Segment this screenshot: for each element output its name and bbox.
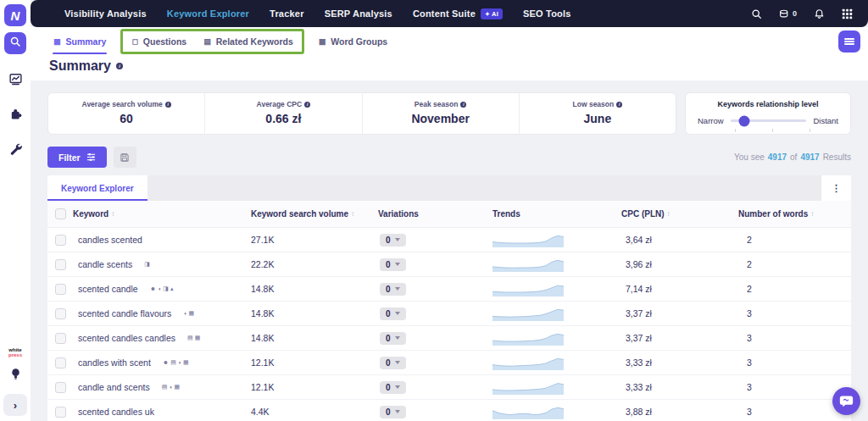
keyword-text[interactable]: candle scents — [78, 259, 132, 269]
chevron-down-icon — [395, 336, 400, 340]
variations-cell: 0 — [378, 406, 492, 418]
slider-handle[interactable] — [738, 115, 749, 126]
column-header-variations[interactable]: Variations — [378, 209, 492, 219]
info-icon[interactable]: i — [616, 102, 622, 108]
variations-dropdown[interactable]: 0 — [380, 406, 406, 418]
nav-item-label: SERP Analysis — [325, 8, 392, 19]
nav-item-visibility-analysis[interactable]: Visibility Analysis — [64, 8, 147, 19]
tab-word-groups[interactable]: ▦Word Groups — [308, 27, 398, 56]
keyword-text[interactable]: scented candles candles — [78, 333, 175, 343]
cpc-value: 3,88 zł — [621, 407, 738, 417]
variations-cell: 0 — [378, 258, 492, 271]
row-checkbox[interactable] — [55, 382, 66, 393]
sort-icon[interactable]: ↕ — [667, 210, 670, 218]
select-all-checkbox[interactable] — [55, 208, 66, 219]
column-header-cpc-pln[interactable]: CPC (PLN)↕ — [621, 209, 738, 219]
relationship-slider[interactable] — [731, 119, 807, 122]
row-checkbox[interactable] — [55, 333, 66, 344]
variations-dropdown[interactable]: 0 — [380, 357, 406, 369]
nav-item-keyword-explorer[interactable]: Keyword Explorer — [167, 8, 249, 19]
sidebar-expand-button[interactable]: › — [3, 394, 27, 416]
nav-item-serp-analysis[interactable]: SERP Analysis — [325, 8, 392, 19]
tab-related-keywords[interactable]: ▤Related Keywords — [195, 31, 302, 52]
ai-badge: AI — [481, 8, 503, 19]
table-row[interactable]: scented candles candles▤▦14.8K03,37 zł3 — [47, 326, 851, 351]
table-row[interactable]: scented candle flavours◖▦14.8K03,37 zł3 — [47, 302, 851, 326]
sidebar-item-tools[interactable] — [9, 142, 22, 158]
sidebar-item-analytics[interactable] — [9, 73, 22, 89]
column-header-trends[interactable]: Trends — [492, 209, 621, 219]
info-icon[interactable]: i — [116, 63, 123, 69]
kebab-menu-icon[interactable]: ⋮ — [821, 175, 851, 201]
row-checkbox[interactable] — [55, 308, 66, 319]
filter-button[interactable]: Filter — [47, 147, 107, 168]
search-icon[interactable] — [751, 8, 762, 19]
keyword-text[interactable]: scented candle flavours — [78, 308, 171, 319]
column-header-keyword[interactable]: Keyword↕ — [73, 209, 251, 219]
sort-icon[interactable]: ↕ — [351, 210, 354, 218]
keyword-text[interactable]: scented candles uk — [78, 407, 154, 417]
serp-feature-icons: ◖▦ — [183, 310, 196, 317]
keyword-text[interactable]: scented candle — [78, 284, 138, 294]
serp-feature-icons: ☻◖◨▴ — [150, 285, 175, 292]
variations-dropdown[interactable]: 0 — [380, 258, 406, 271]
stat-label: Average CPCi — [205, 100, 361, 108]
chevron-down-icon — [395, 238, 400, 241]
shopping-bag-icon: ◨ — [144, 261, 152, 267]
tab-questions[interactable]: ◻Questions — [123, 31, 195, 52]
save-filter-button[interactable] — [114, 147, 136, 168]
row-checkbox[interactable] — [55, 235, 66, 246]
chevron-down-icon — [395, 410, 400, 413]
app-logo[interactable]: N — [4, 4, 26, 26]
row-checkbox[interactable] — [55, 284, 66, 295]
variations-dropdown[interactable]: 0 — [380, 307, 406, 320]
column-header-label: Keyword — [73, 209, 108, 219]
chat-fab-button[interactable] — [832, 387, 860, 415]
sort-icon[interactable]: ↕ — [111, 210, 114, 218]
keyword-text[interactable]: candles with scent — [78, 357, 151, 368]
trend-cell — [492, 306, 621, 321]
row-checkbox[interactable] — [55, 407, 66, 418]
variations-value: 0 — [386, 285, 391, 294]
table-row[interactable]: candles scented27.1K03,64 zł2 — [47, 228, 851, 252]
info-icon[interactable]: i — [304, 102, 310, 108]
credits-indicator[interactable]: 0 — [779, 8, 797, 19]
sort-icon[interactable]: ↕ — [810, 210, 814, 218]
nav-item-seo-tools[interactable]: SEO Tools — [523, 8, 571, 19]
page-title: Summary i — [31, 56, 868, 75]
column-header-number-of-words[interactable]: Number of words↕ — [738, 209, 851, 219]
nav-item-tracker[interactable]: Tracker — [270, 8, 304, 19]
lightbulb-icon[interactable] — [10, 368, 21, 384]
apps-grid-icon[interactable] — [842, 8, 853, 19]
stat-label-text: Low season — [573, 100, 615, 108]
info-icon[interactable]: i — [165, 102, 171, 108]
sidebar-item-keyword-search[interactable] — [4, 32, 26, 54]
bell-icon[interactable] — [814, 8, 825, 19]
row-checkbox[interactable] — [55, 259, 66, 270]
tab-summary[interactable]: ▦Summary — [42, 27, 117, 56]
column-header-keyword-search-volume[interactable]: Keyword search volume↕ — [251, 209, 378, 219]
table-row[interactable]: scented candles uk4.4K03,88 zł3 — [47, 400, 851, 421]
variations-dropdown[interactable]: 0 — [380, 332, 406, 345]
table-row[interactable]: scented candle☻◖◨▴14.8K07,14 zł2 — [47, 277, 851, 302]
variations-dropdown[interactable]: 0 — [380, 381, 406, 394]
variations-value: 0 — [386, 235, 391, 245]
keyword-text[interactable]: candle and scents — [78, 382, 150, 392]
table-row[interactable]: candle scents◨22.2K03,96 zł2 — [47, 252, 851, 277]
sidebar-item-integrations[interactable] — [9, 108, 22, 124]
table-row[interactable]: candles with scent☻▤◖▦12.1K03,33 zł3 — [47, 351, 851, 375]
info-icon[interactable]: i — [460, 102, 466, 108]
variations-dropdown[interactable]: 0 — [380, 283, 406, 296]
nav-item-content-suite[interactable]: Content SuiteAI — [413, 8, 503, 19]
keyword-text[interactable]: candles scented — [78, 235, 142, 245]
variations-dropdown[interactable]: 0 — [380, 234, 406, 247]
chevron-down-icon — [395, 361, 400, 364]
relationship-card: Keywords relationship level Narrow Dista… — [685, 92, 851, 135]
menu-button[interactable] — [838, 30, 860, 53]
keyword-cell: candles with scent☻▤◖▦ — [73, 357, 251, 368]
serp-feature-icons: ◨ — [144, 261, 152, 268]
word-count-value: 3 — [738, 382, 851, 392]
table-row[interactable]: candle and scents▤◖▦12.1K03,33 zł3 — [47, 375, 851, 400]
tab-keyword-explorer[interactable]: Keyword Explorer — [47, 175, 147, 201]
row-checkbox[interactable] — [55, 357, 66, 368]
